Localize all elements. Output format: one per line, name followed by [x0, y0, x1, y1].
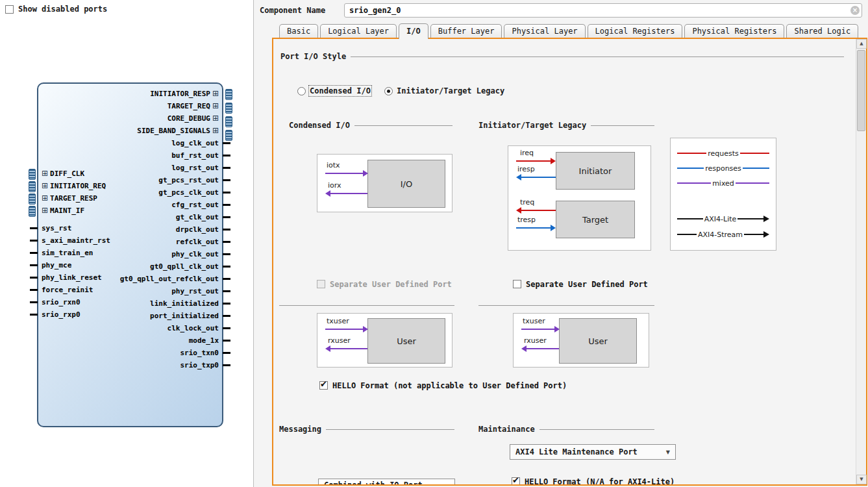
user-diagram-condensed: User txuser rxuser	[317, 313, 453, 368]
port-io-style-heading: Port I/O Style	[280, 52, 844, 61]
interface-pin-icon: ⊞	[42, 206, 48, 215]
port-row: srio_rxp0	[42, 308, 110, 321]
interface-port-row[interactable]: SIDE_BAND_SIGNALS⊞	[137, 125, 219, 137]
bus-pin-bar	[29, 206, 36, 217]
port-row: sim_train_en	[42, 247, 110, 259]
bus-pin-bar	[225, 130, 232, 141]
radio-button[interactable]	[384, 87, 393, 95]
interface-port-row[interactable]: ⊞INITIATOR_REQ	[42, 180, 106, 192]
show-disabled-ports-row: Show disabled ports	[5, 5, 107, 14]
port-row: log_rst_out	[120, 162, 219, 174]
initiator-block: Initiator	[556, 152, 635, 190]
port-row: gt_pcs_clk_out	[120, 186, 219, 199]
checkbox-disabled	[317, 280, 325, 288]
port-row: mode_1x	[120, 334, 219, 347]
rxuser-arrow	[527, 348, 559, 349]
port-label: refclk_out	[176, 238, 219, 246]
port-row: phy_link_reset	[42, 271, 110, 284]
checkbox[interactable]	[513, 280, 521, 288]
txuser-arrow	[521, 329, 554, 330]
txuser-label: txuser	[523, 317, 545, 325]
radio-initiator-target-legacy[interactable]: Initiator/Target Legacy	[384, 86, 504, 95]
checkbox-checked[interactable]: ✔	[512, 477, 520, 484]
separate-user-port-condensed: Separate User Defined Port	[317, 280, 452, 289]
component-name-input[interactable]	[344, 3, 862, 18]
checkbox-label: HELLO Format (not applicable to User Def…	[332, 381, 567, 390]
tab[interactable]: I/O	[399, 23, 428, 39]
tab[interactable]: Buffer Layer	[430, 24, 502, 38]
iorx-label: iorx	[328, 181, 341, 190]
divider	[279, 305, 454, 306]
tab[interactable]: Shared Logic	[786, 24, 858, 38]
condensed-io-heading: Condensed I/O	[289, 121, 453, 130]
interface-port-row[interactable]: ⊞MAINT_IF	[42, 205, 106, 217]
radio-condensed-io[interactable]: Condensed I/O	[297, 86, 371, 95]
vertical-scrollbar[interactable]: ▲ ▼	[856, 39, 866, 484]
port-row: force_reinit	[42, 284, 110, 296]
check-icon: ✔	[320, 379, 327, 389]
port-label: phy_rst_out	[171, 287, 219, 295]
legend-axi4-lite: AXI4-Lite	[677, 214, 769, 223]
radio-button[interactable]	[297, 87, 306, 95]
dropdown-value: Combined with IO Port	[324, 481, 423, 484]
port-label: drpclk_out	[176, 225, 219, 234]
port-label: port_initialized	[150, 312, 219, 320]
target-block: Target	[556, 201, 635, 238]
checkbox-checked[interactable]: ✔	[319, 381, 328, 390]
iorx-arrow	[330, 193, 367, 194]
legacy-diagram: Initiator Target ireq iresp treq tresp	[508, 145, 651, 251]
user-diagram-legacy: User txuser rxuser	[513, 313, 649, 368]
port-label: INITIATOR_RESP	[150, 90, 210, 98]
dropdown-value: AXI4 Lite Maintenance Port	[515, 447, 638, 456]
radio-label: Initiator/Target Legacy	[397, 86, 504, 95]
port-row: clk_lock_out	[120, 322, 219, 334]
show-disabled-ports-checkbox[interactable]	[5, 5, 14, 14]
port-row: gt0_qpll_clk_out	[120, 260, 219, 273]
maintenance-port-dropdown[interactable]: AXI4 Lite Maintenance Port ▼	[510, 444, 676, 460]
port-label: log_rst_out	[171, 164, 219, 172]
interface-port-row[interactable]: ⊞TARGET_RESP	[42, 192, 106, 205]
messaging-heading: Messaging	[279, 425, 454, 434]
tab[interactable]: Physical Layer	[504, 24, 585, 38]
radio-label: Condensed I/O	[310, 86, 371, 95]
interface-port-row[interactable]: ⊞DIFF_CLK	[42, 168, 106, 180]
scroll-up-icon: ▲	[860, 41, 863, 46]
bus-pin-bar	[225, 116, 232, 127]
scrollbar-thumb[interactable]	[857, 50, 865, 131]
iresp-arrow	[521, 177, 556, 178]
tab[interactable]: Physical Registers	[684, 24, 784, 38]
interface-pin-icon: ⊞	[212, 89, 219, 98]
messaging-dropdown[interactable]: Combined with IO Port	[318, 479, 455, 484]
tresp-arrow	[516, 227, 551, 229]
left-interface-list: ⊞DIFF_CLK ⊞INITIATOR_REQ ⊞TARGET_RESP ⊞M…	[42, 168, 106, 217]
treq-label: treq	[520, 198, 534, 206]
port-label: link_initialized	[150, 299, 219, 308]
hello-format-checkbox-row[interactable]: ✔ HELLO Format (not applicable to User D…	[319, 381, 567, 390]
interface-port-row[interactable]: TARGET_REQ⊞	[137, 100, 219, 112]
scroll-up-button[interactable]: ▲	[856, 39, 867, 49]
port-label: phy_link_reset	[42, 273, 102, 282]
clear-icon[interactable]: ×	[850, 6, 860, 15]
interface-port-row[interactable]: INITIATOR_RESP⊞	[137, 88, 219, 100]
port-label: srio_rxn0	[42, 298, 81, 306]
legend-box: requests responses mixed AXI4-Lite AXI4-…	[670, 138, 776, 251]
interface-port-row[interactable]: CORE_DEBUG⊞	[137, 112, 219, 125]
interface-pin-icon: ⊞	[42, 194, 48, 203]
port-label: clk_lock_out	[167, 324, 219, 332]
legend-axi4-stream: AXI4-Stream	[677, 230, 769, 239]
tab[interactable]: Logical Registers	[588, 24, 683, 38]
port-row: cfg_rst_out	[120, 199, 219, 211]
interface-pin-icon: ⊞	[212, 114, 219, 123]
hello-format-axi4lite-checkbox-row[interactable]: ✔ HELLO Format (N/A for AXI4-Lite)	[512, 477, 675, 484]
port-label: MAINT_IF	[50, 206, 84, 215]
port-label: SIDE_BAND_SIGNALS	[137, 127, 210, 135]
port-row: phy_mce	[42, 259, 110, 271]
user-block: User	[559, 318, 637, 364]
separate-user-port-legacy[interactable]: Separate User Defined Port	[513, 280, 648, 289]
tab[interactable]: Logical Layer	[320, 24, 397, 38]
tab[interactable]: Basic	[279, 24, 318, 38]
rxuser-label: rxuser	[328, 336, 351, 345]
scroll-down-button[interactable]: ▼	[856, 475, 867, 484]
rxuser-label: rxuser	[524, 336, 547, 345]
port-row: gt_pcs_rst_out	[120, 174, 219, 186]
